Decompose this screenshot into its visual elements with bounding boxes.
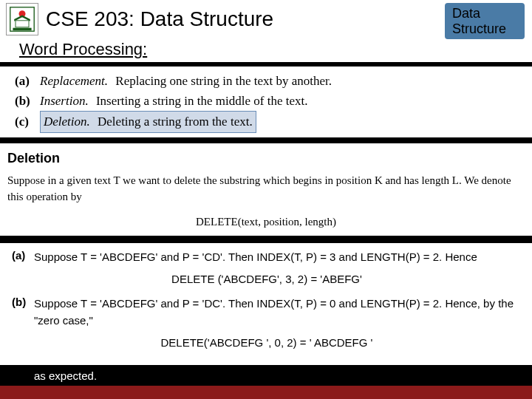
example-b: (b) Suppose T = 'ABCDEFG' and P = 'DC'. … — [12, 296, 522, 329]
example-a: (a) Suppose T = 'ABCDEFG' and P = 'CD'. … — [12, 249, 522, 266]
header-bar: CSE 203: Data Structure Data Structure — [0, 0, 532, 38]
bottom-border — [0, 386, 532, 399]
example-text: Suppose T = 'ABCDEFG' and P = 'DC'. Then… — [34, 296, 522, 329]
example-label: (b) — [12, 296, 34, 329]
operation-row-b: (b) Insertion. Inserting a string in the… — [15, 91, 525, 111]
deletion-formula: DELETE(text, position, length) — [0, 213, 532, 236]
subheader: Word Processing: — [0, 38, 532, 62]
example-label: (a) — [12, 249, 34, 266]
topic-badge: Data Structure — [445, 3, 525, 39]
svg-rect-3 — [13, 28, 31, 31]
example-b-result: DELETE('ABCDEFG ', 0, 2) = ' ABCDEFG ' — [12, 336, 522, 349]
op-term: Insertion. — [40, 94, 89, 108]
op-desc: Deleting a string from the text. — [98, 115, 253, 129]
svg-rect-2 — [16, 21, 29, 27]
example-text: Suppose T = 'ABCDEFG' and P = 'CD'. Then… — [34, 249, 522, 266]
op-desc: Inserting a string in the middle of the … — [96, 94, 308, 108]
operation-row-c: (c) Deletion. Deleting a string from the… — [15, 111, 525, 132]
op-label: (c) — [15, 112, 40, 132]
op-term: Replacement. — [40, 74, 108, 88]
op-term: Deletion. — [44, 115, 90, 129]
footer-band: as expected. — [0, 365, 532, 386]
deletion-description: Suppose in a given text T we want to del… — [0, 169, 532, 213]
example-a-result: DELETE ('ABCDEFG', 3, 2) = 'ABEFG' — [12, 273, 522, 285]
operation-row-a: (a) Replacement. Replacing one string in… — [15, 71, 525, 91]
section-heading: Deletion — [0, 143, 532, 169]
examples-panel: (a) Suppose T = 'ABCDEFG' and P = 'CD'. … — [0, 243, 532, 366]
university-logo — [6, 3, 38, 35]
op-desc: Replacing one string in the text by anot… — [115, 74, 332, 88]
divider — [0, 236, 532, 243]
footer-text: as expected. — [34, 369, 97, 382]
badge-line2: Structure — [452, 21, 514, 37]
badge-line1: Data — [452, 6, 514, 21]
operations-panel: (a) Replacement. Replacing one string in… — [0, 66, 532, 137]
op-label: (b) — [15, 91, 40, 111]
op-label: (a) — [15, 71, 40, 91]
course-title: CSE 203: Data Structure — [46, 7, 273, 31]
divider — [0, 137, 532, 143]
highlighted-operation: Deletion. Deleting a string from the tex… — [40, 111, 256, 132]
subheader-title: Word Processing: — [19, 40, 147, 58]
